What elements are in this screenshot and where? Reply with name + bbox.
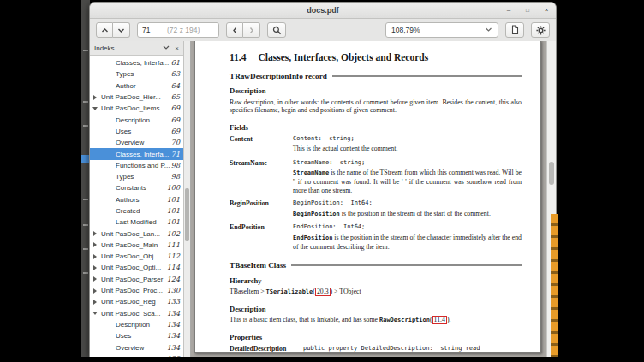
tree-expander-icon[interactable] <box>107 196 114 203</box>
index-item-label: Last Modified <box>114 218 167 226</box>
tree-expander-icon[interactable] <box>107 185 114 192</box>
tree-expander-icon[interactable] <box>107 208 114 215</box>
next-page-button[interactable] <box>113 22 130 38</box>
tree-expander-icon[interactable] <box>107 174 114 181</box>
index-tree-item[interactable]: Description 69 <box>90 114 183 125</box>
class-description-paragraph: This is a basic item class, that is link… <box>230 316 522 325</box>
field-name: Content <box>230 135 293 154</box>
cross-reference-link[interactable]: 20.3 <box>315 288 331 296</box>
index-tree-item[interactable]: Overview 70 <box>90 137 183 148</box>
index-item-label: Types <box>114 70 171 78</box>
history-back-button[interactable] <box>226 22 243 38</box>
index-tree-item[interactable]: Description 134 <box>90 319 183 330</box>
index-tree-item[interactable]: Unit PasDoc_Opti... 114 <box>90 262 183 273</box>
page-view-button[interactable] <box>505 22 524 38</box>
index-tree-item[interactable]: Overview 134 <box>90 341 183 353</box>
index-tree-item[interactable]: Unit PasDoc_Sca... 134 <box>90 308 183 319</box>
page-number-entry[interactable]: (72 z 194) <box>137 22 219 38</box>
tree-expander-icon[interactable] <box>92 253 99 260</box>
tree-expander-icon[interactable] <box>92 264 99 271</box>
class-heading: TBaseItem Class <box>230 262 522 270</box>
previous-page-button[interactable] <box>96 22 113 38</box>
index-tree: Classes, Interfa... 61 Types 63 Author 6… <box>90 56 183 357</box>
index-tree-item[interactable]: Classes, Interfa... 135 <box>90 353 183 357</box>
index-item-label: Unit PasDoc_Main <box>99 241 167 249</box>
page-number-input[interactable] <box>138 26 166 34</box>
tree-expander-icon[interactable] <box>92 299 99 306</box>
titlebar[interactable]: docs.pdf – □ × <box>90 3 556 19</box>
zoom-level-dropdown[interactable]: 108,79% <box>385 22 498 38</box>
index-item-page-number: 61 <box>171 59 180 67</box>
minimize-button[interactable]: – <box>504 6 513 15</box>
index-tree-item[interactable]: Types 63 <box>90 68 183 80</box>
tree-expander-icon[interactable] <box>107 71 114 78</box>
close-button[interactable]: × <box>542 6 551 15</box>
tree-expander-icon[interactable] <box>107 151 114 157</box>
index-tree-item[interactable]: Last Modified 101 <box>90 217 183 228</box>
tree-expander-icon[interactable] <box>107 219 114 226</box>
index-tree-item[interactable]: Unit PasDoc_Parser 124 <box>90 274 183 285</box>
index-tree-item[interactable]: Classes, Interfa... 71 <box>90 148 183 159</box>
bg-text-fragment <box>83 50 88 51</box>
field-name: StreamName <box>230 159 293 194</box>
chevron-down-icon <box>485 27 492 33</box>
index-item-label: Unit PasDoc_Items <box>99 104 171 112</box>
tree-expander-icon[interactable] <box>92 105 99 112</box>
tree-expander-icon[interactable] <box>107 355 114 357</box>
tree-expander-icon[interactable] <box>92 310 99 317</box>
index-tree-item[interactable]: Constants 100 <box>90 182 183 193</box>
toolbar: (72 z 194) 108,79% <box>90 19 556 42</box>
tree-expander-icon[interactable] <box>107 139 114 146</box>
index-item-page-number: 98 <box>171 162 180 169</box>
index-item-label: Unit PasDoc_Lan... <box>99 230 167 238</box>
index-tree-item[interactable]: Classes, Interfa... 61 <box>90 57 183 68</box>
tree-expander-icon[interactable] <box>107 333 114 340</box>
fields-list: Content Content: string; This is the act… <box>230 135 522 252</box>
tree-expander-icon[interactable] <box>107 60 114 67</box>
tree-expander-icon[interactable] <box>107 82 114 89</box>
sidebar-scrollbar-thumb[interactable] <box>185 188 189 241</box>
tree-expander-icon[interactable] <box>92 241 99 248</box>
tree-expander-icon[interactable] <box>107 344 114 351</box>
sidebar-scrollbar[interactable] <box>184 41 191 357</box>
index-tree-item[interactable]: Unit PasDoc_Items 69 <box>90 103 183 114</box>
tree-expander-icon[interactable] <box>92 230 99 237</box>
cross-reference-link[interactable]: 11.4 <box>432 316 447 324</box>
document-scrollbar-thumb[interactable] <box>549 162 554 185</box>
sidebar-pane-selector[interactable]: Indeks <box>94 45 159 52</box>
index-tree-item[interactable]: Unit PasDoc_Obj... 112 <box>90 251 183 262</box>
tree-expander-icon[interactable] <box>92 276 99 282</box>
tree-expander-icon[interactable] <box>107 321 114 328</box>
index-item-label: Unit PasDoc_Sca... <box>99 310 167 317</box>
properties-heading: Properties <box>230 334 522 342</box>
sidebar-close-button[interactable]: × <box>175 45 179 52</box>
index-tree-item[interactable]: Unit PasDoc_Hier... 65 <box>90 92 183 103</box>
index-tree-item[interactable]: Uses 69 <box>90 126 183 137</box>
settings-button[interactable] <box>531 22 550 38</box>
chevron-down-icon[interactable] <box>163 45 170 50</box>
index-tree-item[interactable]: Authors 101 <box>90 194 183 205</box>
index-tree-item[interactable]: Uses 134 <box>90 330 183 341</box>
tree-expander-icon[interactable] <box>107 162 114 169</box>
index-tree-item[interactable]: Unit PasDoc_Main 111 <box>90 240 183 251</box>
tree-expander-icon[interactable] <box>92 94 99 101</box>
tree-expander-icon[interactable] <box>107 116 114 123</box>
index-item-page-number: 71 <box>171 151 180 158</box>
tree-expander-icon[interactable] <box>92 288 99 294</box>
index-item-page-number: 130 <box>167 287 180 294</box>
index-tree-item[interactable]: Created 101 <box>90 205 183 217</box>
index-tree-item[interactable]: Unit PasDoc_Lan... 102 <box>90 228 183 239</box>
index-tree-item[interactable]: Unit PasDoc_Proc... 130 <box>90 285 183 296</box>
index-item-label: Overview <box>114 139 171 146</box>
history-forward-button[interactable] <box>243 22 260 38</box>
tree-expander-icon[interactable] <box>107 128 114 134</box>
index-item-label: Uses <box>114 128 171 135</box>
maximize-button[interactable]: □ <box>523 6 532 15</box>
search-button[interactable] <box>267 22 286 38</box>
index-tree-item[interactable]: Functions and P... 98 <box>90 160 183 171</box>
index-tree-item[interactable]: Types 98 <box>90 171 183 182</box>
index-tree-item[interactable]: Unit PasDoc_Reg 133 <box>90 296 183 307</box>
index-tree-item[interactable]: Author 64 <box>90 80 183 92</box>
index-item-label: Classes, Interfa... <box>114 151 171 158</box>
bg-text-fragment <box>83 125 88 127</box>
